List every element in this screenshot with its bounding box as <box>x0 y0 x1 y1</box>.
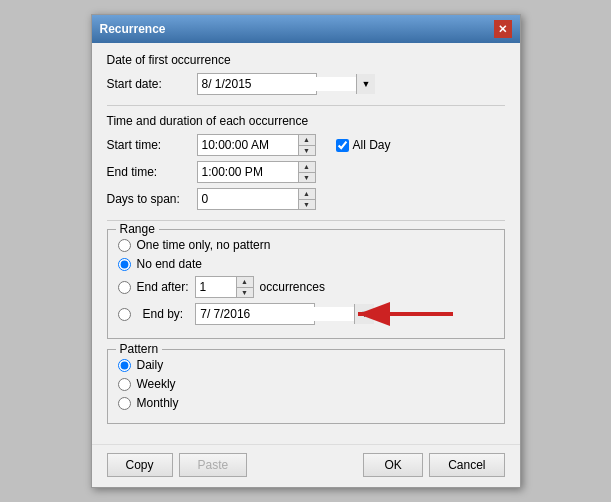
end-after-buttons: ▲ ▼ <box>236 277 253 297</box>
range-label: Range <box>116 222 159 236</box>
days-to-span-label: Days to span: <box>107 192 197 206</box>
end-time-buttons: ▲ ▼ <box>298 162 315 182</box>
start-date-label: Start date: <box>107 77 197 91</box>
first-occurrence-section: Date of first occurrence Start date: ▼ <box>107 53 505 95</box>
start-time-row: Start time: ▲ ▼ All Day <box>107 134 505 156</box>
dialog-title: Recurrence <box>100 22 166 36</box>
start-date-input[interactable] <box>198 77 356 91</box>
end-time-up-btn[interactable]: ▲ <box>299 162 315 173</box>
end-by-input[interactable] <box>196 307 354 321</box>
all-day-label: All Day <box>353 138 391 152</box>
close-button[interactable]: ✕ <box>494 20 512 38</box>
range-option3-radio[interactable] <box>118 281 131 294</box>
days-to-span-spinbox[interactable]: ▲ ▼ <box>197 188 316 210</box>
copy-button[interactable]: Copy <box>107 453 173 477</box>
end-time-input[interactable] <box>198 162 298 182</box>
end-time-down-btn[interactable]: ▼ <box>299 173 315 183</box>
pattern-daily-label: Daily <box>137 358 164 372</box>
end-time-spinbox[interactable]: ▲ ▼ <box>197 161 316 183</box>
start-time-label: Start time: <box>107 138 197 152</box>
days-to-span-up-btn[interactable]: ▲ <box>299 189 315 200</box>
range-option3-label: End after: <box>137 280 189 294</box>
pattern-weekly-radio[interactable] <box>118 378 131 391</box>
range-section: Range One time only, no pattern No end d… <box>107 229 505 339</box>
start-time-down-btn[interactable]: ▼ <box>299 146 315 156</box>
pattern-label: Pattern <box>116 342 163 356</box>
first-occurrence-label: Date of first occurrence <box>107 53 505 67</box>
start-date-row: Start date: ▼ <box>107 73 505 95</box>
end-time-row: End time: ▲ ▼ <box>107 161 505 183</box>
start-date-field[interactable]: ▼ <box>197 73 317 95</box>
range-option1-label: One time only, no pattern <box>137 238 271 252</box>
range-option2-row: No end date <box>118 257 494 271</box>
end-after-up-btn[interactable]: ▲ <box>237 277 253 288</box>
range-option4-row: End by: ▼ <box>118 303 494 325</box>
pattern-monthly-label: Monthly <box>137 396 179 410</box>
end-by-field[interactable]: ▼ <box>195 303 315 325</box>
days-to-span-input[interactable] <box>198 189 298 209</box>
end-after-down-btn[interactable]: ▼ <box>237 288 253 298</box>
footer-left: Copy Paste <box>107 453 248 477</box>
pattern-option1-row: Daily <box>118 358 494 372</box>
pattern-daily-radio[interactable] <box>118 359 131 372</box>
range-option2-radio[interactable] <box>118 258 131 271</box>
range-option4-label: End by: <box>143 307 184 321</box>
range-option4-radio[interactable] <box>118 308 131 321</box>
range-option1-radio[interactable] <box>118 239 131 252</box>
title-bar: Recurrence ✕ <box>92 15 520 43</box>
occurrences-label: occurrences <box>260 280 325 294</box>
dialog-footer: Copy Paste OK Cancel <box>92 444 520 487</box>
divider-2 <box>107 220 505 221</box>
days-to-span-down-btn[interactable]: ▼ <box>299 200 315 210</box>
paste-button[interactable]: Paste <box>179 453 248 477</box>
ok-button[interactable]: OK <box>363 453 423 477</box>
all-day-checkbox[interactable] <box>336 139 349 152</box>
cancel-button[interactable]: Cancel <box>429 453 504 477</box>
days-to-span-row: Days to span: ▲ ▼ <box>107 188 505 210</box>
pattern-monthly-radio[interactable] <box>118 397 131 410</box>
end-after-spinbox[interactable]: ▲ ▼ <box>195 276 254 298</box>
range-option3-row: End after: ▲ ▼ occurrences <box>118 276 494 298</box>
end-after-input[interactable] <box>196 277 236 297</box>
start-time-up-btn[interactable]: ▲ <box>299 135 315 146</box>
red-arrow-icon <box>348 299 458 329</box>
pattern-option2-row: Weekly <box>118 377 494 391</box>
range-option1-row: One time only, no pattern <box>118 238 494 252</box>
start-time-spinbox[interactable]: ▲ ▼ <box>197 134 316 156</box>
divider-1 <box>107 105 505 106</box>
end-time-label: End time: <box>107 165 197 179</box>
start-date-picker-btn[interactable]: ▼ <box>356 74 376 94</box>
start-time-buttons: ▲ ▼ <box>298 135 315 155</box>
time-duration-section: Time and duration of each occurrence Sta… <box>107 114 505 210</box>
recurrence-dialog: Recurrence ✕ Date of first occurrence St… <box>91 14 521 488</box>
pattern-weekly-label: Weekly <box>137 377 176 391</box>
pattern-option3-row: Monthly <box>118 396 494 410</box>
start-time-input[interactable] <box>198 135 298 155</box>
range-option2-label: No end date <box>137 257 202 271</box>
dialog-body: Date of first occurrence Start date: ▼ T… <box>92 43 520 444</box>
time-duration-label: Time and duration of each occurrence <box>107 114 505 128</box>
days-to-span-buttons: ▲ ▼ <box>298 189 315 209</box>
pattern-section: Pattern Daily Weekly Monthly <box>107 349 505 424</box>
footer-right: OK Cancel <box>363 453 504 477</box>
